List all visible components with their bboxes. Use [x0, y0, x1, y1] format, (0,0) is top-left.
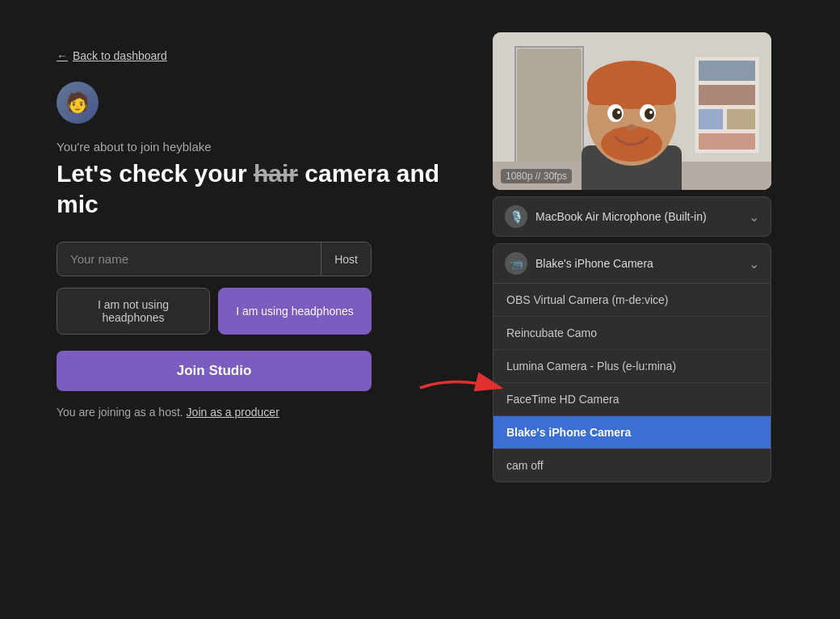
camera-label: Blake's iPhone Camera: [536, 257, 741, 270]
camera-option-iphone[interactable]: Blake's iPhone Camera: [494, 416, 771, 449]
camera-option-off[interactable]: cam off: [494, 449, 771, 482]
back-label: Back to dashboard: [73, 49, 167, 62]
svg-point-23: [617, 111, 620, 114]
svg-point-21: [612, 108, 622, 120]
microphone-icon: 🎙️: [505, 205, 527, 228]
camera-dropdown-menu: OBS Virtual Camera (m-de:vice) Reincubat…: [493, 284, 771, 482]
headphones-row: I am not using headphones I am using hea…: [57, 288, 372, 335]
avatar: 🧑: [57, 82, 99, 124]
svg-rect-7: [699, 85, 755, 105]
host-note-text: You are joining as a host.: [57, 406, 183, 419]
svg-rect-17: [587, 77, 676, 105]
camera-select[interactable]: 📹 Blake's iPhone Camera ⌄: [493, 243, 771, 284]
chevron-down-icon: ⌄: [749, 209, 759, 225]
microphone-select[interactable]: 🎙️ MacBook Air Microphone (Built-in) ⌄: [493, 196, 771, 237]
camera-dropdown-container: 📹 Blake's iPhone Camera ⌄ OBS Virtual Ca…: [493, 243, 771, 482]
camera-icon: 📹: [505, 252, 527, 275]
svg-rect-8: [699, 109, 723, 129]
left-panel: ← Back to dashboard 🧑 You're about to jo…: [57, 32, 444, 419]
camera-option-reincubate[interactable]: Reincubate Camo: [494, 317, 771, 350]
title-part1: Let's check your: [57, 160, 254, 187]
avatar-image: 🧑: [57, 82, 99, 124]
video-feed: [493, 32, 771, 190]
name-input-row: Host: [57, 242, 372, 276]
svg-rect-6: [699, 61, 755, 81]
back-arrow-icon: ←: [57, 49, 68, 62]
no-headphones-button[interactable]: I am not using headphones: [57, 288, 210, 335]
svg-point-22: [645, 108, 654, 120]
svg-rect-10: [699, 133, 755, 149]
using-headphones-button[interactable]: I am using headphones: [218, 288, 372, 335]
title-strikethrough: hair: [254, 160, 298, 187]
svg-rect-9: [727, 109, 755, 129]
host-badge: Host: [321, 242, 371, 276]
producer-link[interactable]: Join as a producer: [187, 406, 279, 419]
page-title: Let's check your hair camera and mic: [57, 158, 444, 219]
microphone-label: MacBook Air Microphone (Built-in): [536, 210, 741, 223]
video-preview: 1080p // 30fps: [493, 32, 771, 190]
host-note: You are joining as a host. Join as a pro…: [57, 406, 444, 419]
back-to-dashboard-link[interactable]: ← Back to dashboard: [57, 49, 167, 62]
page-subtitle: You're about to join heyblake: [57, 140, 444, 154]
join-studio-button[interactable]: Join Studio: [57, 351, 372, 391]
svg-point-25: [627, 124, 636, 131]
svg-rect-2: [517, 48, 582, 166]
right-panel: 1080p // 30fps 🎙️ MacBook Air Microphone…: [493, 32, 783, 482]
chevron-down-icon: ⌄: [749, 256, 759, 272]
camera-option-facetime[interactable]: FaceTime HD Camera: [494, 383, 771, 416]
video-resolution: 1080p // 30fps: [501, 169, 572, 183]
camera-option-obs[interactable]: OBS Virtual Camera (m-de:vice): [494, 284, 771, 317]
name-input[interactable]: [57, 242, 321, 276]
camera-option-lumina[interactable]: Lumina Camera - Plus (e-lu:mina): [494, 350, 771, 383]
svg-point-24: [649, 111, 653, 114]
